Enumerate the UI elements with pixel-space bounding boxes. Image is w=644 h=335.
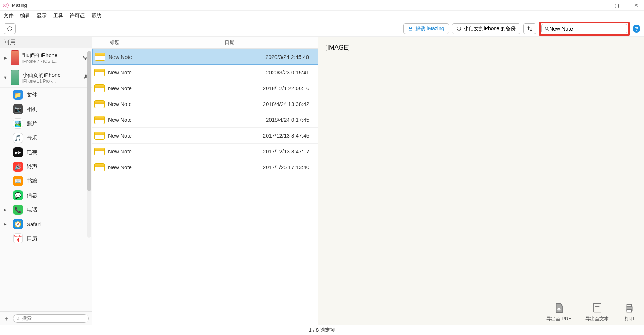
note-icon	[94, 100, 105, 108]
sidebar-search-box[interactable]	[13, 314, 89, 323]
note-icon	[94, 116, 105, 124]
sidebar-item-label: 书籍	[27, 178, 37, 185]
note-row[interactable]: New Note2018/12/1 22:06:16	[92, 80, 318, 96]
search-icon	[16, 316, 20, 321]
menu-license[interactable]: 许可证	[70, 13, 85, 19]
sidebar-item-电视[interactable]: ▶tv电视	[0, 145, 92, 159]
sidebar-search-input[interactable]	[22, 316, 85, 321]
sort-icon	[527, 26, 533, 32]
device-liuji-iphone[interactable]: ▶ "liuji"的 iPhone iPhone 7 - iOS 1...	[0, 48, 92, 68]
menu-file[interactable]: 文件	[4, 13, 14, 19]
note-date: 2017/12/13 8:47:17	[228, 148, 318, 154]
menu-tools[interactable]: 工具	[53, 13, 63, 19]
unlock-button[interactable]: 解锁 iMazing	[403, 23, 449, 34]
sidebar-scrollbar[interactable]	[87, 51, 91, 238]
search-highlight-box	[539, 22, 630, 36]
sidebar-item-相机[interactable]: 📷相机	[0, 102, 92, 116]
history-icon	[457, 26, 462, 31]
text-icon	[591, 302, 603, 314]
app-icon: ▶tv	[13, 147, 23, 157]
sidebar-item-铃声[interactable]: 🔊铃声	[0, 159, 92, 174]
app-icon	[3, 3, 9, 8]
sidebar-item-音乐[interactable]: 🎵音乐	[0, 131, 92, 145]
app-icon: 📁	[13, 90, 23, 100]
print-icon	[623, 302, 635, 314]
sidebar-header: 可用	[0, 37, 92, 48]
column-header-title[interactable]: 标题	[92, 37, 224, 48]
sidebar-item-照片[interactable]: 🏞️照片	[0, 116, 92, 131]
note-row[interactable]: New Note2017/1/25 17:13:40	[92, 159, 318, 175]
refresh-button[interactable]	[4, 23, 16, 34]
menu-view[interactable]: 显示	[37, 13, 47, 19]
window-close-button[interactable]: ✕	[631, 3, 641, 8]
print-button[interactable]: 打印	[623, 302, 635, 322]
sidebar-item-label: 电视	[27, 149, 37, 156]
window-maximize-button[interactable]: ▢	[612, 3, 622, 8]
sidebar-item-label: 照片	[27, 120, 37, 127]
sidebar-item-Safari[interactable]: ▶🧭Safari	[0, 217, 92, 231]
pdf-icon	[553, 302, 565, 314]
note-title: New Note	[108, 85, 228, 91]
add-button[interactable]: ＋	[3, 314, 10, 323]
note-title: New Note	[108, 101, 228, 107]
menubar: 文件 编辑 显示 工具 许可证 帮助	[0, 11, 644, 21]
note-row[interactable]: New Note2018/4/24 0:17:45	[92, 112, 318, 128]
search-box[interactable]	[541, 24, 627, 33]
note-row[interactable]: New Note2017/12/13 8:47:45	[92, 128, 318, 144]
note-row[interactable]: New Note2018/4/24 13:38:42	[92, 96, 318, 112]
sidebar-item-label: 日历	[27, 235, 37, 242]
column-header-date[interactable]: 日期	[224, 37, 318, 48]
note-date: 2018/12/1 22:06:16	[228, 85, 318, 91]
statusbar: 1 / 8 选定项	[0, 325, 644, 335]
titlebar: iMazing — ▢ ✕	[0, 0, 644, 11]
export-text-label: 导出至文本	[585, 316, 609, 322]
sidebar-item-文件[interactable]: 📁文件	[0, 88, 92, 102]
app-icon: 📖	[13, 176, 23, 186]
note-icon	[94, 132, 105, 140]
note-title: New Note	[108, 132, 228, 139]
note-icon	[95, 53, 105, 61]
device-xiaoxiannv-iphone[interactable]: ▼ 小仙女的iPhone iPhone 11 Pro -...	[0, 68, 92, 88]
svg-point-2	[85, 59, 86, 60]
note-title: New Note	[108, 164, 228, 170]
sidebar-item-label: 铃声	[27, 163, 37, 170]
sidebar-item-信息[interactable]: 💬信息	[0, 188, 92, 203]
note-row[interactable]: New Note2017/12/13 8:47:17	[92, 144, 318, 159]
menu-edit[interactable]: 编辑	[20, 13, 30, 19]
app-icon: 🧭	[13, 219, 23, 229]
note-row[interactable]: New Note2020/3/23 0:15:41	[92, 65, 318, 80]
expand-arrow-icon[interactable]: ▶	[3, 56, 8, 60]
expand-arrow-icon[interactable]: ▶	[4, 208, 8, 212]
export-text-button[interactable]: 导出至文本	[585, 302, 609, 322]
sidebar-item-日历[interactable]: Tuesday4日历	[0, 231, 92, 246]
list-header: 标题 日期	[92, 37, 318, 49]
svg-point-3	[17, 317, 19, 319]
backup-button[interactable]: 小仙女的iPhone 的备份	[452, 23, 520, 34]
sidebar-item-书籍[interactable]: 📖书籍	[0, 174, 92, 188]
note-title: New Note	[108, 117, 228, 123]
export-pdf-button[interactable]: 导出至 PDF	[546, 302, 571, 322]
sidebar-item-电话[interactable]: ▶📞电话	[0, 203, 92, 217]
expand-arrow-icon[interactable]: ▼	[3, 75, 8, 80]
app-icon: 💬	[13, 190, 23, 200]
note-title: New Note	[108, 69, 228, 75]
note-date: 2018/4/24 13:38:42	[228, 101, 318, 107]
sort-button[interactable]	[523, 23, 536, 34]
svg-rect-6	[627, 304, 632, 307]
app-icon: 🎵	[13, 133, 23, 143]
window-minimize-button[interactable]: —	[592, 3, 602, 8]
device-name: "liuji"的 iPhone	[22, 52, 79, 59]
refresh-icon	[7, 26, 13, 32]
search-input[interactable]	[549, 25, 624, 32]
lock-icon	[408, 26, 413, 31]
note-date: 2020/3/23 0:15:41	[228, 69, 318, 75]
help-button[interactable]: ?	[633, 25, 640, 33]
expand-arrow-icon[interactable]: ▶	[4, 222, 8, 227]
note-row[interactable]: New Note2020/3/24 2:45:40	[92, 49, 318, 65]
sidebar-item-label: 相机	[27, 106, 37, 113]
sidebar-item-label: Safari	[27, 221, 41, 227]
sidebar-item-label: 音乐	[27, 135, 37, 141]
preview-image-placeholder: [IMAGE]	[325, 44, 637, 51]
svg-rect-0	[409, 28, 412, 31]
menu-help[interactable]: 帮助	[91, 13, 101, 19]
